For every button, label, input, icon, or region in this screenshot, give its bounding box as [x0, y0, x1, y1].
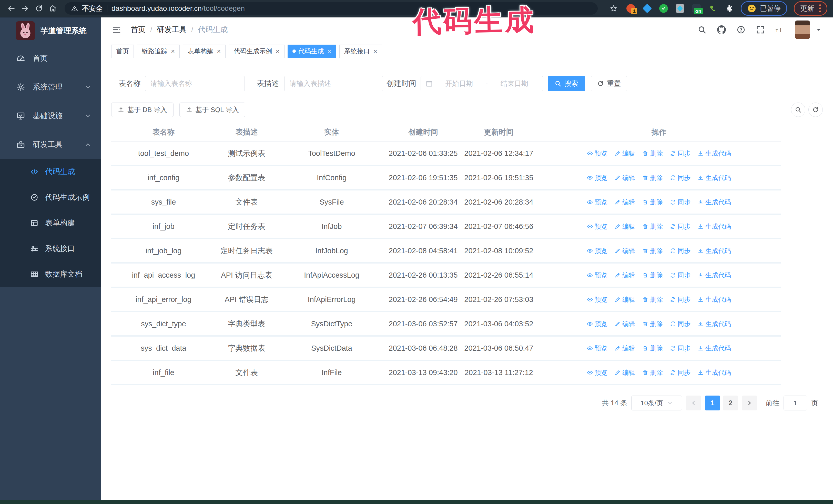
search-button[interactable]: 搜索 [548, 76, 585, 91]
action-同步[interactable]: 同步 [670, 246, 690, 255]
tab-close-icon[interactable]: × [171, 48, 175, 55]
sidebar-subitem-代码生成示例[interactable]: 代码生成示例 [0, 185, 101, 210]
action-生成代码[interactable]: 生成代码 [698, 271, 731, 280]
action-生成代码[interactable]: 生成代码 [698, 173, 731, 182]
collapse-sidebar-icon[interactable] [112, 25, 121, 34]
refresh-table-button[interactable] [808, 102, 823, 117]
extension-icon-1[interactable]: 1 [626, 4, 636, 13]
tab-代码生成示例[interactable]: 代码生成示例× [229, 45, 284, 58]
action-同步[interactable]: 同步 [670, 149, 690, 158]
action-编辑[interactable]: 编辑 [615, 295, 635, 304]
action-同步[interactable]: 同步 [670, 319, 690, 328]
action-预览[interactable]: 预览 [587, 368, 608, 377]
action-编辑[interactable]: 编辑 [615, 222, 635, 231]
extension-icon-5[interactable]: on [691, 4, 701, 13]
tab-代码生成[interactable]: 代码生成× [288, 45, 336, 58]
table-desc-input[interactable] [284, 76, 383, 91]
extension-icon-3[interactable] [659, 4, 668, 13]
action-删除[interactable]: 删除 [642, 173, 663, 182]
action-同步[interactable]: 同步 [670, 295, 690, 304]
action-生成代码[interactable]: 生成代码 [698, 198, 731, 207]
action-同步[interactable]: 同步 [670, 173, 690, 182]
action-删除[interactable]: 删除 [642, 295, 663, 304]
font-size-icon[interactable]: TT [776, 25, 784, 34]
sidebar-item-首页[interactable]: 首页 [0, 44, 101, 73]
browser-menu-icon[interactable] [819, 4, 821, 12]
security-label[interactable]: 不安全 [82, 4, 103, 13]
reset-button[interactable]: 重置 [591, 76, 627, 91]
action-同步[interactable]: 同步 [670, 198, 690, 207]
action-编辑[interactable]: 编辑 [615, 198, 635, 207]
sidebar-item-研发工具[interactable]: 研发工具 [0, 130, 101, 159]
next-page-button[interactable] [742, 395, 757, 410]
tab-系统接口[interactable]: 系统接口× [339, 45, 382, 58]
extension-icon-2[interactable] [642, 4, 652, 13]
tab-表单构建[interactable]: 表单构建× [183, 45, 225, 58]
action-同步[interactable]: 同步 [670, 368, 690, 377]
action-预览[interactable]: 预览 [587, 222, 608, 231]
import-sql-button[interactable]: 基于 SQL 导入 [180, 102, 245, 117]
action-同步[interactable]: 同步 [670, 222, 690, 231]
address-bar[interactable]: 不安全 dashboard.yudao.iocoder.cn/tool/code… [65, 2, 598, 15]
action-生成代码[interactable]: 生成代码 [698, 149, 731, 158]
action-编辑[interactable]: 编辑 [615, 319, 635, 328]
action-预览[interactable]: 预览 [587, 271, 608, 280]
action-生成代码[interactable]: 生成代码 [698, 222, 731, 231]
sidebar-subitem-数据库文档[interactable]: 数据库文档 [0, 262, 101, 287]
tab-close-icon[interactable]: × [328, 48, 331, 55]
action-预览[interactable]: 预览 [587, 344, 608, 353]
action-编辑[interactable]: 编辑 [615, 246, 635, 255]
action-删除[interactable]: 删除 [642, 149, 663, 158]
action-生成代码[interactable]: 生成代码 [698, 295, 731, 304]
sidebar-item-系统管理[interactable]: 系统管理 [0, 73, 101, 101]
action-预览[interactable]: 预览 [587, 173, 608, 182]
action-同步[interactable]: 同步 [670, 344, 690, 353]
bookmark-star-icon[interactable] [608, 3, 619, 14]
action-预览[interactable]: 预览 [587, 149, 608, 158]
action-同步[interactable]: 同步 [670, 271, 690, 280]
page-button-1[interactable]: 1 [705, 395, 720, 410]
tab-首页[interactable]: 首页 [111, 45, 134, 58]
action-编辑[interactable]: 编辑 [615, 173, 635, 182]
prev-page-button[interactable] [686, 395, 701, 410]
sidebar-subitem-表单构建[interactable]: 表单构建 [0, 210, 101, 236]
reload-icon[interactable] [33, 3, 45, 14]
user-avatar[interactable] [795, 21, 810, 39]
tab-链路追踪[interactable]: 链路追踪× [137, 45, 180, 58]
toggle-search-button[interactable] [791, 102, 805, 117]
fullscreen-icon[interactable] [756, 25, 765, 34]
home-icon[interactable] [47, 3, 58, 14]
extension-icon-6[interactable] [708, 4, 718, 13]
action-生成代码[interactable]: 生成代码 [698, 319, 731, 328]
action-删除[interactable]: 删除 [642, 222, 663, 231]
action-生成代码[interactable]: 生成代码 [698, 246, 731, 255]
action-预览[interactable]: 预览 [587, 198, 608, 207]
github-icon[interactable] [717, 25, 726, 34]
page-size-select[interactable]: 10条/页 [631, 395, 682, 410]
action-编辑[interactable]: 编辑 [615, 344, 635, 353]
breadcrumb-item[interactable]: 研发工具 [157, 25, 187, 35]
action-删除[interactable]: 删除 [642, 246, 663, 255]
tab-close-icon[interactable]: × [276, 48, 279, 55]
action-生成代码[interactable]: 生成代码 [698, 368, 731, 377]
page-button-2[interactable]: 2 [723, 395, 738, 410]
sidebar-item-基础设施[interactable]: 基础设施 [0, 101, 101, 130]
sidebar-subitem-系统接口[interactable]: 系统接口 [0, 236, 101, 262]
extensions-puzzle-icon[interactable] [724, 4, 734, 13]
action-删除[interactable]: 删除 [642, 319, 663, 328]
import-db-button[interactable]: 基于 DB 导入 [111, 102, 173, 117]
breadcrumb-item[interactable]: 首页 [131, 25, 146, 35]
extension-icon-4[interactable] [675, 4, 685, 13]
create-time-range-picker[interactable]: 开始日期 - 结束日期 [421, 76, 543, 91]
app-logo-row[interactable]: 芋道管理系统 [0, 18, 101, 44]
action-预览[interactable]: 预览 [587, 246, 608, 255]
profile-paused-pill[interactable]: 已暂停 [741, 1, 787, 16]
table-name-input[interactable] [145, 76, 245, 91]
action-编辑[interactable]: 编辑 [615, 368, 635, 377]
search-icon[interactable] [698, 25, 706, 34]
action-编辑[interactable]: 编辑 [615, 149, 635, 158]
action-删除[interactable]: 删除 [642, 368, 663, 377]
action-预览[interactable]: 预览 [587, 319, 608, 328]
url-text[interactable]: dashboard.yudao.iocoder.cn/tool/codegen [112, 4, 245, 13]
action-删除[interactable]: 删除 [642, 271, 663, 280]
